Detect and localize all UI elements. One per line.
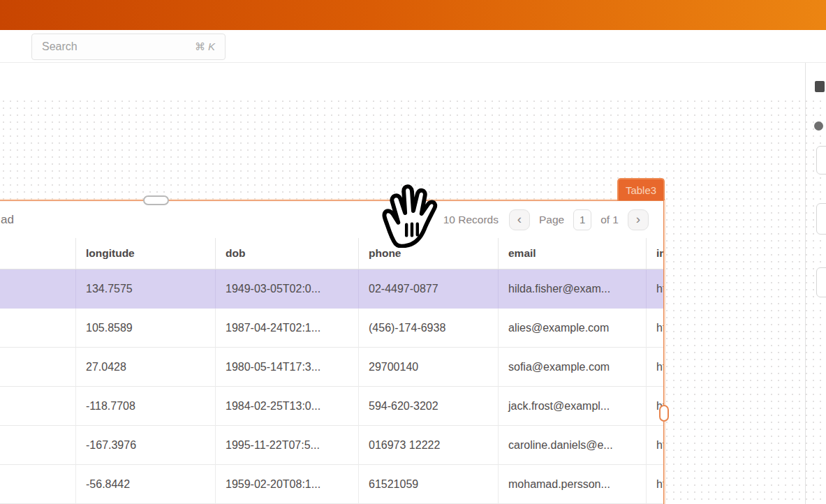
- table-row[interactable]: -56.84421959-02-20T08:1...61521059mohama…: [0, 465, 663, 504]
- table-toolbar: ad 10 Records ‹ Page of 1 ›: [0, 201, 663, 238]
- property-pane-field-fragment[interactable]: [816, 267, 826, 297]
- table-cell: [0, 387, 76, 426]
- pagination-controls: 10 Records ‹ Page of 1 ›: [443, 209, 649, 230]
- property-pane-icon-fragment: [814, 121, 823, 131]
- hand-cursor-icon: [379, 182, 443, 251]
- app-header-bar: [0, 0, 826, 30]
- property-pane-field-fragment[interactable]: [816, 203, 826, 235]
- table-cell: ht: [647, 348, 663, 387]
- resize-handle-top[interactable]: [143, 195, 169, 205]
- table-row[interactable]: 105.85891987-04-24T02:1...(456)-174-6938…: [0, 309, 663, 348]
- table-cell: hilda.fisher@exam...: [499, 269, 647, 309]
- table-cell: [0, 426, 76, 465]
- table-cell: 1987-04-24T02:1...: [216, 309, 359, 348]
- next-page-button[interactable]: ›: [628, 209, 649, 230]
- table-cell: 1959-02-20T08:1...: [216, 465, 359, 504]
- table-body: 134.75751949-03-05T02:0...02-4497-0877hi…: [0, 269, 663, 504]
- table-cell: 1984-02-25T13:0...: [216, 387, 359, 426]
- table-cell: caroline.daniels@e...: [499, 426, 647, 465]
- table-cell: 1995-11-22T07:5...: [216, 426, 359, 465]
- table-cell: -118.7708: [76, 387, 216, 426]
- table-cell: 27.0428: [76, 348, 216, 387]
- search-input[interactable]: Search ⌘K: [31, 34, 226, 60]
- record-count: 10 Records: [443, 214, 499, 226]
- table-cell: [0, 269, 76, 309]
- table-cell: ht: [647, 465, 663, 504]
- column-header[interactable]: im: [647, 238, 663, 269]
- property-pane-divider: [805, 63, 806, 504]
- table-row[interactable]: -167.39761995-11-22T07:5...016973 12222c…: [0, 426, 663, 465]
- search-shortcut: ⌘K: [195, 40, 215, 53]
- table-cell: (456)-174-6938: [359, 309, 499, 348]
- table-cell: 594-620-3202: [359, 387, 499, 426]
- table-cell: ht: [647, 309, 663, 348]
- table-cell: 02-4497-0877: [359, 269, 499, 309]
- page-label: Page: [539, 214, 564, 226]
- page-number-input[interactable]: [573, 209, 591, 230]
- table-cell: 1980-05-14T17:3...: [216, 348, 359, 387]
- property-pane-field-fragment[interactable]: [816, 146, 826, 175]
- search-placeholder: Search: [42, 40, 195, 53]
- property-pane-heading-fragment: [815, 81, 825, 92]
- table-cell: -56.8442: [76, 465, 216, 504]
- table-row[interactable]: 134.75751949-03-05T02:0...02-4497-0877hi…: [0, 269, 663, 309]
- table-cell: 105.8589: [76, 309, 216, 348]
- table-cell: 016973 12222: [359, 426, 499, 465]
- top-navbar: Search ⌘K P: [0, 30, 826, 63]
- column-header[interactable]: longitude: [76, 238, 216, 269]
- table-cell: jack.frost@exampl...: [499, 387, 647, 426]
- column-header[interactable]: dob: [216, 238, 359, 269]
- column-header[interactable]: [0, 238, 76, 269]
- column-header[interactable]: email: [499, 238, 647, 269]
- table-cell: mohamad.persson...: [499, 465, 647, 504]
- widget-name-tab[interactable]: Table3: [617, 178, 665, 200]
- table-cell: ht: [647, 269, 663, 309]
- table-cell: [0, 309, 76, 348]
- table-row[interactable]: 27.04281980-05-14T17:3...29700140sofia@e…: [0, 348, 663, 387]
- table-cell: alies@example.com: [499, 309, 647, 348]
- table-cell: 61521059: [359, 465, 499, 504]
- table-cell: 1949-03-05T02:0...: [216, 269, 359, 309]
- resize-handle-right[interactable]: [659, 405, 669, 422]
- table-cell: [0, 348, 76, 387]
- table-cell: -167.3976: [76, 426, 216, 465]
- table-cell: 134.7575: [76, 269, 216, 309]
- table-row[interactable]: -118.77081984-02-25T13:0...594-620-3202j…: [0, 387, 663, 426]
- table-cell: 29700140: [359, 348, 499, 387]
- table-widget-table3[interactable]: ad 10 Records ‹ Page of 1 › longitudedob…: [0, 200, 664, 504]
- table-cell: ht: [647, 426, 663, 465]
- prev-page-button[interactable]: ‹: [509, 209, 530, 230]
- table-cell: sofia@example.com: [499, 348, 647, 387]
- table-header-row: longitudedobphoneemailim: [0, 238, 663, 269]
- toolbar-clipped-text: ad: [1, 213, 14, 227]
- page-total: of 1: [600, 214, 619, 226]
- table-cell: [0, 465, 76, 504]
